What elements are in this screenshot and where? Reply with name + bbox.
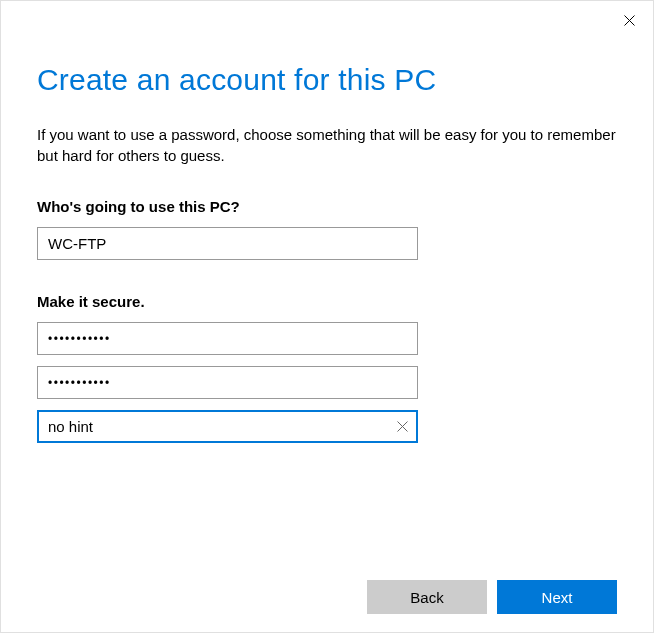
username-field-wrap (37, 227, 418, 271)
password-hint-input[interactable] (37, 410, 418, 443)
page-subtitle: If you want to use a password, choose so… (37, 125, 617, 166)
clear-hint-button[interactable] (386, 410, 418, 443)
username-label: Who's going to use this PC? (37, 198, 617, 215)
hint-field-wrap (37, 410, 418, 454)
password-confirm-field-wrap (37, 366, 418, 410)
password-confirm-input[interactable] (37, 366, 418, 399)
close-button[interactable] (617, 9, 641, 33)
back-button[interactable]: Back (367, 580, 487, 614)
clear-icon (397, 418, 408, 436)
page-title: Create an account for this PC (37, 63, 617, 97)
footer-buttons: Back Next (367, 580, 617, 614)
password-input[interactable] (37, 322, 418, 355)
close-icon (624, 12, 635, 30)
password-section-label: Make it secure. (37, 293, 617, 310)
password-field-wrap (37, 322, 418, 366)
dialog-content: Create an account for this PC If you wan… (1, 1, 653, 454)
next-button[interactable]: Next (497, 580, 617, 614)
username-input[interactable] (37, 227, 418, 260)
